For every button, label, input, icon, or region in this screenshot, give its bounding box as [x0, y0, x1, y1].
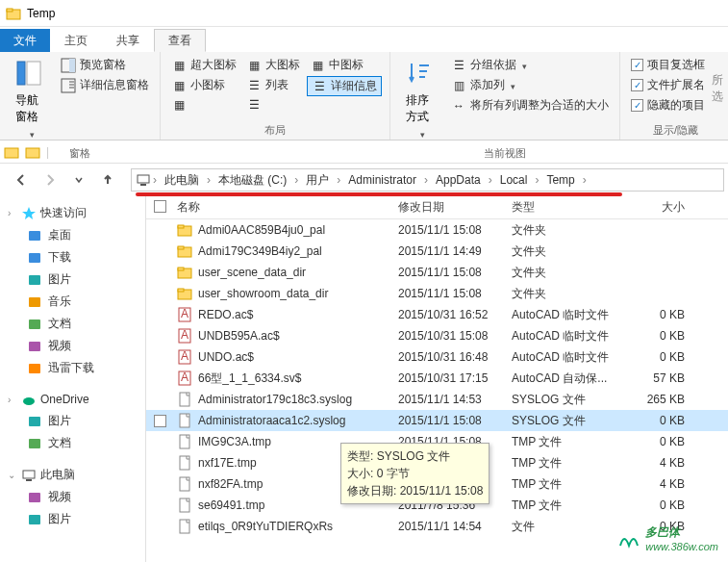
sidebar-heading[interactable]: ›快速访问 — [0, 202, 145, 224]
svg-rect-12 — [138, 175, 149, 183]
column-header-type[interactable]: 类型 — [512, 199, 627, 216]
breadcrumb-segment[interactable]: AppData — [430, 173, 487, 187]
breadcrumb-separator[interactable]: › — [487, 173, 494, 187]
forward-button[interactable] — [38, 168, 62, 192]
sidebar-item[interactable]: 图片 — [0, 508, 145, 530]
column-header-date[interactable]: 修改日期 — [398, 199, 512, 216]
breadcrumb-separator[interactable]: › — [533, 173, 540, 187]
file-row[interactable]: Administratoraaca1c2.syslog2015/11/1 15:… — [146, 410, 728, 431]
add-columns-button[interactable]: ▥添加列 — [448, 76, 612, 94]
sidebar-item[interactable]: 图片 — [0, 410, 145, 432]
group-by-button[interactable]: ☰分组依据 — [448, 56, 612, 74]
layout-list[interactable]: ☰列表 — [243, 76, 303, 94]
ribbon-group-show-hide-label: 显示/隐藏 — [628, 123, 723, 138]
breadcrumb-segment[interactable]: Administrator — [342, 173, 422, 187]
tab-file[interactable]: 文件 — [0, 29, 50, 52]
breadcrumb-segment[interactable]: 此电脑 — [159, 172, 205, 189]
folder-icon — [177, 265, 192, 280]
file-row[interactable]: user_showroom_data_dir2015/11/1 15:08文件夹 — [146, 283, 728, 304]
breadcrumb-segment[interactable]: Temp — [540, 173, 580, 187]
sidebar-heading[interactable]: ⌄此电脑 — [0, 464, 145, 486]
layout-medium[interactable]: ▦中图标 — [307, 56, 382, 74]
sidebar-item[interactable]: 下载 — [0, 246, 145, 268]
recent-locations-button[interactable] — [67, 168, 90, 192]
sidebar-item[interactable]: 音乐 — [0, 291, 145, 313]
breadcrumb-segment[interactable]: 本地磁盘 (C:) — [213, 172, 292, 189]
sidebar-item[interactable]: 文档 — [0, 432, 145, 454]
sidebar-heading[interactable]: ›OneDrive — [0, 389, 145, 410]
preview-pane-button[interactable]: 预览窗格 — [58, 56, 152, 74]
music-icon — [27, 294, 42, 310]
breadcrumb-segment[interactable]: Local — [494, 173, 534, 187]
svg-rect-30 — [178, 225, 184, 228]
sidebar-item[interactable]: 桌面 — [0, 224, 145, 246]
breadcrumb-separator[interactable]: › — [581, 173, 589, 187]
tooltip-line: 修改日期: 2015/11/1 15:08 — [347, 482, 483, 499]
file-row[interactable]: Admi179C349B4iy2_pal2015/11/1 14:49文件夹 — [146, 241, 728, 262]
folder-icon[interactable] — [25, 144, 40, 160]
downloads-icon — [27, 250, 42, 266]
layout-small[interactable]: ▦小图标 — [168, 76, 239, 94]
column-header-checkbox[interactable] — [154, 200, 177, 216]
file-date: 2015/11/1 15:08 — [398, 266, 512, 279]
layout-content[interactable]: ☰ — [243, 96, 303, 114]
sidebar-item[interactable]: 视频 — [0, 335, 145, 357]
breadcrumb-separator[interactable]: › — [422, 173, 430, 187]
grid-icon: ▦ — [171, 58, 187, 73]
column-header-size[interactable]: 大小 — [627, 199, 694, 216]
pc-icon — [136, 172, 151, 188]
nav-pane-button[interactable]: 导航窗格 — [8, 56, 54, 144]
file-name: Admi179C349B4iy2_pal — [198, 244, 322, 258]
file-row[interactable]: AUNDO.ac$2015/10/31 16:48AutoCAD 临时文件0 K… — [146, 346, 728, 368]
file-type: 文件夹 — [512, 265, 627, 281]
tooltip: 类型: SYSLOG 文件 大小: 0 字节 修改日期: 2015/11/1 1… — [340, 443, 490, 504]
hidden-items-toggle[interactable]: 隐藏的项目 — [628, 96, 708, 115]
file-ext-toggle[interactable]: 文件扩展名 — [628, 76, 708, 94]
breadcrumb-separator[interactable]: › — [205, 173, 213, 187]
breadcrumb-separator[interactable]: › — [335, 173, 342, 187]
column-header-name[interactable]: 名称 — [177, 199, 398, 216]
size-columns-button[interactable]: ↔将所有列调整为合适的大小 — [448, 96, 612, 115]
sidebar-item[interactable]: 视频 — [0, 486, 145, 508]
file-row[interactable]: AUNDB595A.ac$2015/10/31 15:08AutoCAD 临时文… — [146, 325, 728, 346]
file-row[interactable]: AREDO.ac$2015/10/31 16:52AutoCAD 临时文件0 K… — [146, 304, 728, 325]
nav-buttons — [4, 168, 125, 192]
qat-separator: | — [46, 145, 49, 159]
sidebar-item[interactable]: 文档 — [0, 313, 145, 335]
documents-icon — [27, 436, 42, 451]
layout-tiles[interactable]: ▦ — [168, 96, 239, 114]
breadcrumb[interactable]: ›此电脑›本地磁盘 (C:)›用户›Administrator›AppData›… — [131, 168, 724, 192]
layout-large[interactable]: ▦大图标 — [243, 56, 303, 74]
sidebar-item[interactable]: 迅雷下载 — [0, 357, 145, 379]
breadcrumb-segment[interactable]: 用户 — [300, 172, 335, 189]
up-button[interactable] — [96, 168, 119, 192]
file-row[interactable]: Admi0AAC859B4ju0_pal2015/11/1 15:08文件夹 — [146, 219, 728, 241]
tab-view[interactable]: 查看 — [154, 29, 206, 52]
ribbon-group-panes: 导航窗格 预览窗格 详细信息窗格 窗格 — [0, 52, 161, 140]
layout-details[interactable]: ☰详细信息 — [307, 76, 382, 96]
sort-by-button[interactable]: 排序方式 — [398, 56, 444, 144]
breadcrumb-separator[interactable]: › — [292, 173, 300, 187]
file-row[interactable]: A66型_1_1_6334.sv$2015/10/31 17:15AutoCAD… — [146, 368, 728, 389]
sidebar-item[interactable]: 图片 — [0, 268, 145, 291]
file-type: 文件夹 — [512, 222, 627, 239]
file-date: 2015/11/1 15:08 — [398, 223, 512, 237]
tab-home[interactable]: 主页 — [50, 29, 102, 52]
svg-rect-32 — [178, 246, 184, 249]
file-row[interactable]: user_scene_data_dir2015/11/1 15:08文件夹 — [146, 262, 728, 283]
back-button[interactable] — [10, 168, 33, 192]
watermark-url: www.386w.com — [645, 541, 718, 552]
layout-extra-large[interactable]: ▦超大图标 — [168, 56, 239, 74]
details-pane-button[interactable]: 详细信息窗格 — [58, 76, 152, 94]
checkbox-icon[interactable] — [154, 415, 166, 427]
resize-icon: ↔ — [451, 98, 466, 114]
file-row[interactable]: Administrator179c18c3.syslog2015/11/1 14… — [146, 389, 728, 410]
svg-rect-16 — [29, 253, 40, 263]
item-checkboxes-toggle[interactable]: 项目复选框 — [628, 56, 708, 74]
column-headers: 名称 修改日期 类型 大小 — [146, 196, 728, 219]
folder-icon[interactable] — [4, 144, 19, 160]
file-icon — [177, 498, 192, 513]
tab-share[interactable]: 共享 — [102, 29, 154, 52]
file-icon — [177, 434, 192, 449]
svg-rect-2 — [17, 62, 25, 85]
